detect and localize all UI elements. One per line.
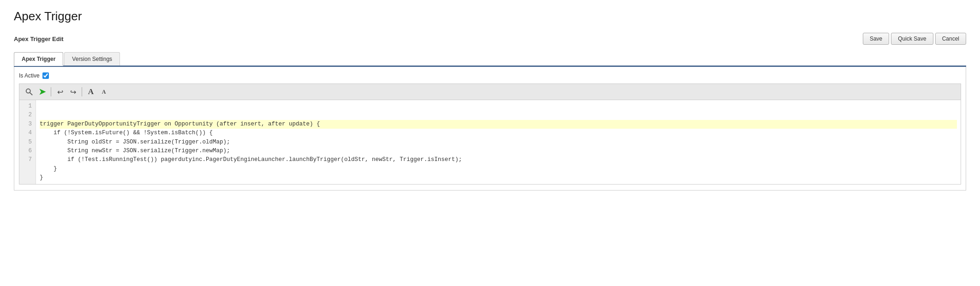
- font-small-icon: A: [102, 89, 106, 95]
- edit-header-label: Apex Trigger Edit: [14, 36, 863, 42]
- go-button[interactable]: ➤: [36, 86, 48, 97]
- cancel-button[interactable]: Cancel: [935, 33, 966, 45]
- code-toolbar: ➤ ↩ ↪ A A: [19, 84, 961, 100]
- save-button[interactable]: Save: [863, 33, 889, 45]
- redo-icon: ↪: [70, 88, 76, 96]
- line-num-6: 6: [23, 147, 32, 155]
- is-active-checkbox[interactable]: [42, 72, 49, 79]
- line-num-4: 4: [23, 129, 32, 137]
- font-large-icon: A: [88, 87, 94, 96]
- arrow-right-icon: ➤: [39, 87, 46, 97]
- tab-apex-trigger[interactable]: Apex Trigger: [14, 52, 63, 66]
- font-large-button[interactable]: A: [85, 86, 97, 97]
- toolbar-divider-2: [82, 87, 82, 96]
- line-num-7: 7: [23, 155, 32, 164]
- action-buttons: Save Quick Save Cancel: [863, 33, 966, 45]
- svg-line-1: [30, 93, 32, 95]
- tab-version-settings[interactable]: Version Settings: [64, 52, 120, 66]
- code-editor: ➤ ↩ ↪ A A 1: [19, 83, 961, 185]
- code-line-3: String oldStr = JSON.serialize(Trigger.o…: [40, 138, 957, 147]
- redo-button[interactable]: ↪: [67, 86, 79, 97]
- is-active-row: Is Active: [19, 72, 961, 79]
- svg-point-0: [26, 89, 30, 93]
- search-button[interactable]: [23, 86, 35, 97]
- line-num-2: 2: [23, 111, 32, 119]
- code-content[interactable]: trigger PagerDutyOpportunityTrigger on O…: [36, 100, 961, 184]
- code-line-4: String newStr = JSON.serialize(Trigger.n…: [40, 147, 957, 155]
- code-line-7: }: [40, 173, 957, 182]
- toolbar-divider-1: [51, 87, 51, 96]
- line-numbers: 1 2 3 4 5 6 7: [19, 100, 36, 184]
- line-num-3: 3: [23, 120, 32, 129]
- line-num-5: 5: [23, 138, 32, 147]
- tabs-row: Apex Trigger Version Settings: [14, 52, 966, 67]
- code-area[interactable]: 1 2 3 4 5 6 7 trigger PagerDutyOpportuni…: [19, 100, 961, 184]
- is-active-label: Is Active: [19, 72, 40, 79]
- code-line-5: if (!Test.isRunningTest()) pagerdutyinc.…: [40, 155, 957, 164]
- search-icon: [25, 88, 33, 96]
- tabs-container: Apex Trigger Version Settings: [14, 52, 966, 67]
- undo-icon: ↩: [57, 88, 63, 96]
- code-line-2: if (!System.isFuture() && !System.isBatc…: [40, 129, 957, 137]
- code-line-6: }: [40, 165, 957, 173]
- font-small-button[interactable]: A: [98, 86, 110, 97]
- line-num-1: 1: [23, 102, 32, 111]
- page-title: Apex Trigger: [14, 9, 966, 24]
- apex-trigger-panel: Is Active ➤ ↩: [14, 67, 966, 191]
- code-line-1: trigger PagerDutyOpportunityTrigger on O…: [40, 120, 957, 129]
- undo-button[interactable]: ↩: [54, 86, 66, 97]
- quick-save-button[interactable]: Quick Save: [891, 33, 933, 45]
